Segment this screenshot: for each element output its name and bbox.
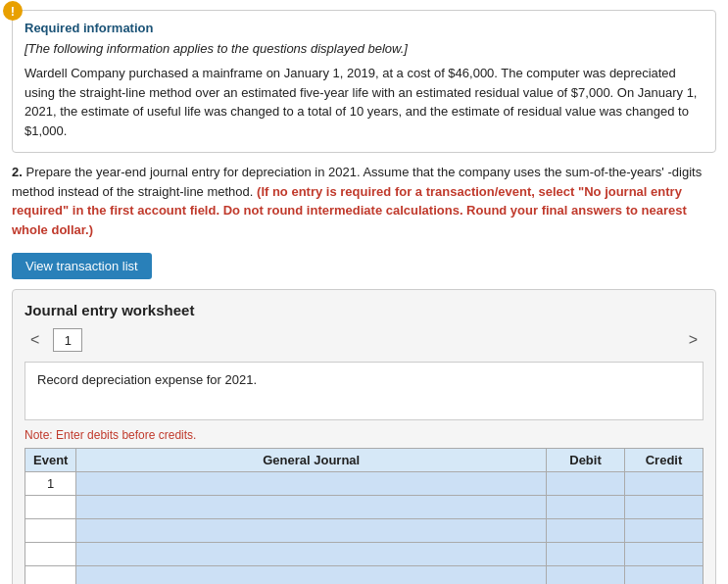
credit-input[interactable] [629, 547, 699, 561]
journal-input[interactable] [80, 523, 542, 538]
col-header-general-journal: General Journal [76, 449, 547, 472]
credit-cell[interactable] [625, 472, 704, 496]
info-box: ! Required information [The following in… [12, 10, 716, 153]
journal-cell[interactable] [76, 496, 547, 519]
journal-table: Event General Journal Debit Credit 1 [24, 448, 704, 584]
page-number: 1 [53, 328, 82, 352]
credit-cell[interactable] [625, 566, 704, 585]
credit-cell[interactable] [625, 519, 704, 543]
credit-input[interactable] [629, 523, 699, 538]
note-text: Note: Enter debits before credits. [24, 428, 704, 442]
question-number: 2. [12, 165, 23, 179]
debit-cell[interactable] [547, 566, 625, 585]
journal-cell[interactable] [76, 543, 547, 566]
debit-cell[interactable] [547, 496, 625, 519]
journal-input[interactable] [80, 570, 542, 584]
table-row: 1 [25, 472, 704, 496]
credit-input[interactable] [629, 500, 699, 514]
debit-cell[interactable] [547, 472, 625, 496]
debit-input[interactable] [551, 500, 620, 514]
info-title: Required information [24, 21, 704, 35]
journal-cell[interactable] [76, 472, 547, 496]
worksheet-nav: < 1 > [24, 328, 704, 352]
journal-entry-worksheet: Journal entry worksheet < 1 > Record dep… [12, 289, 716, 584]
view-transaction-list-button[interactable]: View transaction list [12, 253, 152, 279]
event-cell [25, 566, 76, 585]
info-body: Wardell Company purchased a mainframe on… [24, 64, 704, 140]
debit-input[interactable] [551, 570, 620, 584]
journal-cell[interactable] [76, 519, 547, 543]
journal-cell[interactable] [76, 566, 547, 585]
journal-input[interactable] [80, 476, 542, 491]
journal-input[interactable] [80, 547, 542, 561]
table-row [25, 566, 704, 585]
journal-input[interactable] [80, 500, 542, 514]
credit-cell[interactable] [625, 543, 704, 566]
credit-cell[interactable] [625, 496, 704, 519]
table-row [25, 496, 704, 519]
col-header-credit: Credit [625, 449, 704, 472]
debit-input[interactable] [551, 523, 620, 538]
credit-input[interactable] [629, 570, 699, 584]
event-cell [25, 543, 76, 566]
debit-input[interactable] [551, 476, 620, 491]
info-subtitle: [The following information applies to th… [24, 41, 704, 56]
debit-cell[interactable] [547, 543, 625, 566]
table-row [25, 543, 704, 566]
credit-input[interactable] [629, 476, 699, 491]
col-header-event: Event [25, 449, 76, 472]
event-cell [25, 496, 76, 519]
event-cell [25, 519, 76, 543]
worksheet-title: Journal entry worksheet [24, 302, 704, 318]
question-section: 2. Prepare the year-end journal entry fo… [12, 163, 716, 239]
nav-next-button[interactable]: > [683, 329, 704, 351]
table-row [25, 519, 704, 543]
nav-prev-button[interactable]: < [24, 329, 45, 351]
debit-cell[interactable] [547, 519, 625, 543]
event-cell: 1 [25, 472, 76, 496]
worksheet-description: Record depreciation expense for 2021. [24, 362, 704, 420]
warning-icon: ! [3, 1, 23, 21]
col-header-debit: Debit [547, 449, 625, 472]
debit-input[interactable] [551, 547, 620, 561]
